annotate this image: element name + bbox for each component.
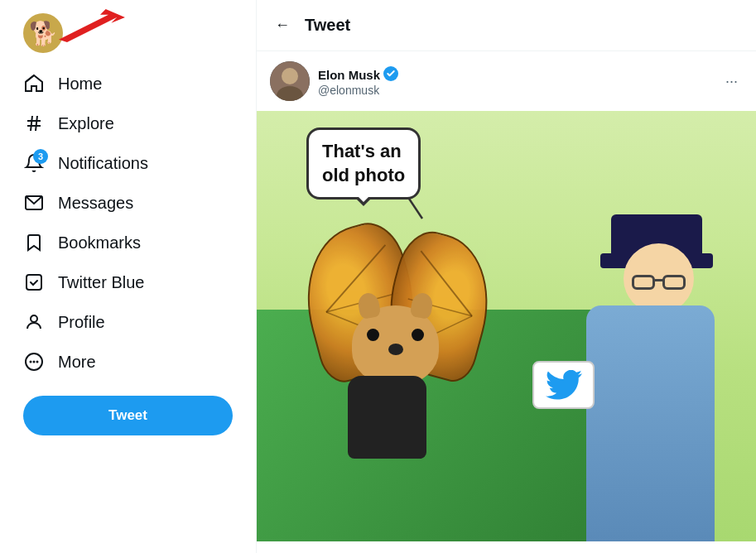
notifications-badge: 3 [33, 149, 48, 164]
meme-image: That's an old photo [257, 111, 756, 553]
more-options-button[interactable]: ··· [720, 68, 743, 95]
person-body [586, 305, 715, 541]
sidebar-item-messages[interactable]: Messages [13, 184, 243, 222]
more-icon [23, 351, 45, 373]
svg-line-16 [313, 245, 397, 312]
svg-point-9 [30, 361, 32, 363]
svg-marker-0 [59, 9, 125, 42]
avatar[interactable] [270, 61, 310, 101]
twitter-blue-icon [23, 272, 45, 293]
speech-bubble: That's an old photo [306, 127, 421, 200]
sidebar-item-bookmarks[interactable]: Bookmarks [13, 224, 243, 262]
sidebar-item-notifications[interactable]: 3 Notifications [13, 144, 243, 182]
meme-canvas: That's an old photo [257, 111, 756, 541]
doge-body [348, 376, 426, 459]
sidebar-item-home[interactable]: Home [13, 65, 243, 103]
svg-line-4 [36, 116, 37, 131]
sidebar-item-notifications-label: Notifications [58, 154, 148, 173]
tweet-button[interactable]: Tweet [23, 396, 233, 435]
user-info: Elon Musk @elonmusk [318, 66, 712, 97]
person-head [624, 243, 694, 314]
bookmark-icon [23, 232, 45, 253]
avatar-image [270, 61, 310, 101]
main-content: ← Tweet Elon Musk [257, 0, 756, 553]
sidebar-item-more[interactable]: More [13, 343, 243, 381]
logo-area: 🐕 [13, 7, 243, 63]
sidebar-item-profile[interactable]: Profile [13, 303, 243, 341]
sidebar-item-twitter-blue-label: Twitter Blue [58, 273, 144, 292]
home-icon [23, 73, 45, 94]
sidebar: 🐕 Home [0, 0, 257, 553]
svg-line-3 [31, 116, 32, 131]
svg-rect-6 [26, 275, 41, 290]
sidebar-item-messages-label: Messages [58, 194, 133, 213]
twitter-bird-icon [546, 370, 582, 400]
bell-icon: 3 [23, 152, 45, 174]
user-handle: @elonmusk [318, 84, 712, 97]
person-glasses-right [662, 275, 686, 290]
twitter-card [532, 361, 595, 409]
person-glasses-left [632, 275, 655, 290]
glasses-bridge [653, 279, 664, 281]
sidebar-item-twitter-blue[interactable]: Twitter Blue [13, 263, 243, 301]
svg-point-11 [36, 361, 39, 363]
tweet-header: ← Tweet [257, 0, 756, 51]
doge-eye-left [367, 329, 379, 341]
butterfly-doge [306, 227, 489, 459]
sidebar-item-home-label: Home [58, 75, 102, 94]
sidebar-item-profile-label: Profile [58, 313, 105, 332]
svg-point-7 [31, 315, 37, 322]
hashtag-icon [23, 113, 45, 134]
sidebar-item-explore-label: Explore [58, 114, 114, 133]
person [549, 161, 731, 541]
person-icon [23, 311, 45, 333]
svg-point-13 [282, 68, 298, 84]
envelope-icon [23, 192, 45, 214]
doge-eye-right [412, 329, 424, 341]
user-name[interactable]: Elon Musk [318, 66, 712, 84]
doge-head [352, 305, 439, 384]
doge-nose [388, 344, 403, 355]
back-button[interactable]: ← [270, 12, 295, 39]
sidebar-item-bookmarks-label: Bookmarks [58, 233, 141, 252]
sidebar-item-explore[interactable]: Explore [13, 104, 243, 142]
sidebar-nav: Home Explore 3 Notifications [13, 63, 243, 382]
doge-logo[interactable]: 🐕 [23, 13, 63, 53]
user-row: Elon Musk @elonmusk ··· [257, 51, 756, 111]
svg-point-10 [33, 361, 36, 363]
tweet-page-title: Tweet [305, 16, 350, 35]
red-arrow-decoration [59, 5, 125, 46]
sidebar-item-more-label: More [58, 353, 96, 372]
verified-badge [383, 66, 398, 84]
